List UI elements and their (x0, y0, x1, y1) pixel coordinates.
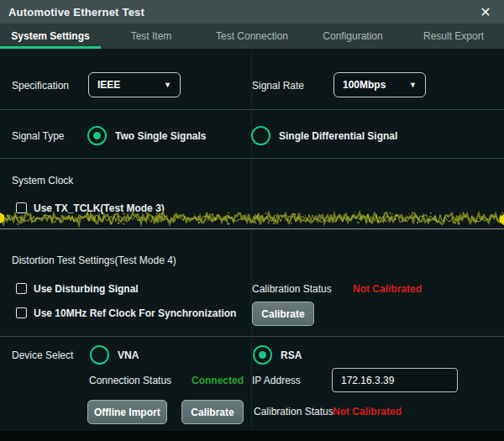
connection-status-label: Connection Status (89, 375, 171, 386)
signal-rate-label: Signal Rate (252, 80, 304, 92)
tab-label: Test Connection (216, 30, 288, 42)
automotive-ethernet-test-dialog: Automotive Ethernet Test ✕ System Settin… (0, 0, 504, 441)
ip-address-input[interactable] (332, 368, 458, 392)
tab-label: Test Item (131, 30, 172, 42)
device-calibration-status-value: Not Calibrated (333, 406, 402, 417)
chevron-down-icon: ▼ (409, 81, 417, 89)
use-10mhz-ref-clock-checkbox[interactable] (16, 307, 27, 318)
dialog-title: Automotive Ethernet Test (0, 6, 144, 18)
button-label: Offline Import (94, 407, 160, 418)
button-label: Calibrate (261, 308, 304, 320)
distortion-calibration-status-value: Not Calibrated (353, 283, 422, 295)
tab-label: Result Export (423, 30, 484, 42)
radio-vna-label: VNA (118, 349, 139, 361)
system-clock-title: System Clock (12, 175, 73, 186)
distortion-settings-title: Distortion Test Settings(Test Mode 4) (12, 255, 176, 266)
ip-address-label: IP Address (252, 375, 301, 386)
radio-two-single-signals[interactable] (87, 126, 107, 145)
signal-rate-value: 100Mbps (343, 79, 386, 91)
graticule-center-line (251, 49, 252, 430)
offline-import-button[interactable]: Offline Import (87, 400, 167, 424)
section-divider (0, 336, 504, 337)
tab-system-settings[interactable]: System Settings (0, 24, 101, 49)
specification-label: Specification (12, 80, 69, 92)
radio-single-differential-signal-label: Single Differential Signal (279, 130, 397, 142)
radio-rsa[interactable] (253, 345, 272, 365)
graticule-edge-line (0, 228, 504, 229)
background-waveform (0, 207, 504, 228)
tab-test-item[interactable]: Test Item (101, 24, 202, 49)
section-divider (0, 158, 504, 159)
device-calibrate-button[interactable]: Calibrate (181, 400, 244, 424)
signal-type-label: Signal Type (12, 130, 65, 142)
tab-result-export[interactable]: Result Export (403, 24, 504, 49)
chevron-down-icon: ▼ (164, 81, 171, 89)
use-10mhz-ref-clock-label: Use 10MHz Ref Clock For Synchronization (34, 307, 236, 319)
radio-vna[interactable] (90, 345, 109, 365)
radio-two-single-signals-label: Two Single Signals (115, 130, 206, 142)
tab-test-connection[interactable]: Test Connection (202, 24, 302, 49)
specification-dropdown[interactable]: IEEE ▼ (88, 72, 181, 97)
tab-label: Configuration (323, 30, 382, 42)
section-divider (0, 109, 504, 110)
signal-rate-dropdown[interactable]: 100Mbps ▼ (333, 72, 426, 97)
active-tab-underline (0, 46, 101, 49)
distortion-calibration-status-label: Calibration Status (252, 283, 332, 295)
title-bar: Automotive Ethernet Test ✕ (0, 0, 504, 24)
tab-configuration[interactable]: Configuration (302, 24, 403, 49)
radio-single-differential-signal[interactable] (251, 126, 270, 145)
use-disturbing-signal-label: Use Disturbing Signal (34, 283, 139, 295)
device-select-label: Device Select (12, 349, 73, 361)
close-button[interactable]: ✕ (474, 0, 497, 24)
radio-rsa-label: RSA (281, 349, 302, 361)
tab-bar: System Settings Test Item Test Connectio… (0, 24, 504, 49)
connection-status-value: Connected (192, 375, 244, 386)
distortion-calibrate-button[interactable]: Calibrate (252, 302, 314, 326)
button-label: Calibrate (191, 407, 234, 418)
close-icon: ✕ (480, 4, 491, 20)
specification-value: IEEE (97, 79, 120, 91)
use-disturbing-signal-checkbox[interactable] (16, 283, 27, 294)
device-calibration-status-label: Calibration Status (254, 406, 333, 417)
tab-label: System Settings (11, 30, 89, 42)
